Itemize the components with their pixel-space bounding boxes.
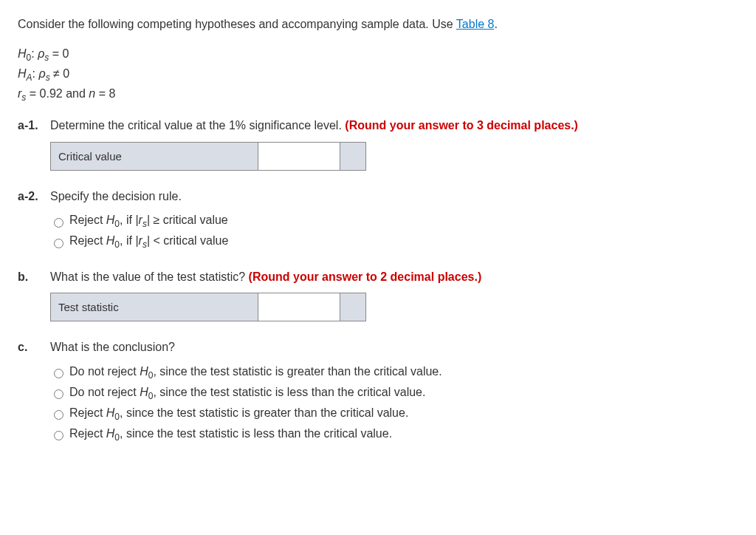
c-option2-label: Do not reject H0, since the test statist…	[69, 384, 425, 403]
label-b: b.	[18, 269, 50, 285]
text-b: What is the value of the test statistic?	[50, 270, 249, 283]
red-a1: (Round your answer to 3 decimal places.)	[345, 119, 578, 132]
c-option3-label: Reject H0, since the test statistic is g…	[69, 405, 408, 423]
tail-cell-b	[340, 293, 366, 321]
a2-option1-label: Reject H0, if |rs| ≥ critical value	[69, 212, 228, 231]
decision-rule-options: Reject H0, if |rs| ≥ critical value Reje…	[50, 212, 738, 251]
test-statistic-input[interactable]	[266, 298, 331, 316]
rs-n-line: rs = 0.92 and n = 8	[18, 86, 738, 104]
tail-cell	[340, 142, 366, 170]
c-option2-radio[interactable]	[54, 389, 63, 399]
c-option1-label: Do not reject H0, since the test statist…	[69, 364, 442, 382]
label-a2: a-2.	[18, 188, 50, 205]
conclusion-options: Do not reject H0, since the test statist…	[50, 364, 738, 444]
question-a1: a-1. Determine the critical value at the…	[18, 117, 738, 134]
red-b: (Round your answer to 2 decimal places.)	[249, 270, 482, 283]
critical-value-label: Critical value	[51, 142, 258, 170]
text-a2: Specify the decision rule.	[50, 188, 738, 205]
label-a1: a-1.	[18, 117, 50, 134]
question-a2: a-2. Specify the decision rule.	[18, 188, 738, 205]
c-option1-radio[interactable]	[54, 369, 63, 378]
critical-value-input[interactable]	[266, 147, 331, 166]
a2-option2-label: Reject H0, if |rs| < critical value	[69, 233, 228, 251]
c-option4-radio[interactable]	[54, 431, 63, 440]
text-c: What is the conclusion?	[50, 339, 738, 355]
table-8-link[interactable]: Table 8	[456, 18, 495, 30]
h0-line: H0: ρs = 0	[18, 46, 738, 64]
text-a1: Determine the critical value at the 1% s…	[50, 119, 345, 132]
test-statistic-label: Test statistic	[51, 293, 258, 321]
ha-line: HA: ρs ≠ 0	[18, 66, 738, 84]
question-b: b. What is the value of the test statist…	[18, 269, 738, 285]
c-option4-label: Reject H0, since the test statistic is l…	[69, 426, 392, 444]
a2-option1-radio[interactable]	[54, 218, 63, 228]
c-option3-radio[interactable]	[54, 410, 63, 420]
a2-option2-radio[interactable]	[54, 239, 63, 248]
question-c: c. What is the conclusion?	[18, 339, 738, 355]
hypotheses-block: H0: ρs = 0 HA: ρs ≠ 0 rs = 0.92 and n = …	[18, 46, 738, 104]
intro-text: Consider the following competing hypothe…	[18, 16, 738, 33]
test-statistic-table: Test statistic	[50, 293, 366, 321]
label-c: c.	[18, 339, 50, 355]
critical-value-table: Critical value	[50, 142, 366, 171]
